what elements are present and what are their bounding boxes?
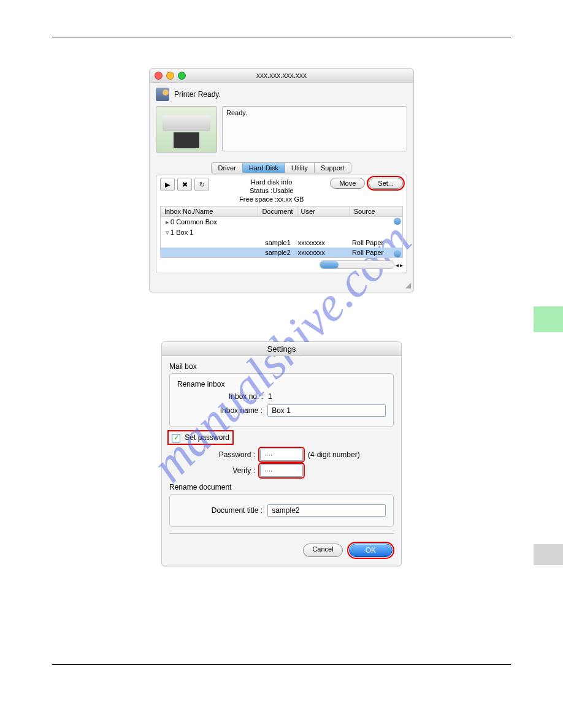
- tab-utility[interactable]: Utility: [285, 162, 315, 173]
- table-row[interactable]: sample1 xxxxxxxx Roll Paper: [161, 238, 402, 248]
- set-button[interactable]: Set...: [369, 178, 403, 189]
- document-title-input[interactable]: sample2: [267, 504, 386, 517]
- status-label: Status :Usable: [213, 186, 330, 195]
- settings-titlebar: Settings: [162, 342, 401, 356]
- table-row[interactable]: ▿1 Box 1: [161, 227, 402, 238]
- close-icon[interactable]: [155, 72, 163, 80]
- disclosure-right-icon[interactable]: ▸: [164, 218, 170, 226]
- verify-input[interactable]: ····: [260, 464, 303, 477]
- rename-inbox-label: Rename inbox: [177, 380, 386, 389]
- titlebar: xxx.xxx.xxx.xxx: [150, 69, 413, 83]
- window-title: xxx.xxx.xxx.xxx: [256, 71, 307, 80]
- col-inbox[interactable]: Inbox No./Name: [161, 207, 258, 216]
- delete-button[interactable]: ✖: [177, 178, 192, 191]
- printer-thumbnail: [156, 106, 217, 153]
- col-document[interactable]: Document: [258, 207, 297, 216]
- tab-hard-disk[interactable]: Hard Disk: [242, 162, 285, 173]
- printer-status-window: xxx.xxx.xxx.xxx Printer Ready. Ready. Dr…: [149, 68, 414, 292]
- scroll-right-icon[interactable]: ▸: [400, 262, 403, 268]
- verify-label: Verify :: [169, 466, 260, 475]
- mailbox-group-label: Mail box: [169, 362, 394, 371]
- table-row[interactable]: ▸0 Common Box: [161, 217, 402, 227]
- inbox-no-label: Inbox no. :: [177, 392, 268, 401]
- hard-disk-panel: ▶ ✖ ↻ Hard disk info Status :Usable Free…: [156, 175, 407, 273]
- set-password-checkbox[interactable]: ✓: [172, 434, 180, 442]
- move-button[interactable]: Move: [330, 178, 365, 189]
- inbox-name-input[interactable]: Box 1: [267, 404, 386, 417]
- scroll-left-icon[interactable]: ◂: [396, 262, 399, 268]
- zoom-icon[interactable]: [178, 72, 186, 80]
- inbox-name-label: Inbox name :: [177, 406, 267, 415]
- document-title-label: Document title :: [177, 506, 267, 515]
- col-source[interactable]: Source: [350, 207, 402, 216]
- password-label: Password :: [169, 450, 260, 459]
- document-list: ▸0 Common Box ▿1 Box 1 sample1 xxxxxxxx …: [160, 217, 403, 258]
- free-space-label: Free space :xx.xx GB: [213, 195, 330, 203]
- column-headers: Inbox No./Name Document User Source: [160, 206, 403, 217]
- tab-support[interactable]: Support: [314, 162, 351, 173]
- password-hint: (4-digit number): [308, 450, 360, 459]
- disclosure-down-icon[interactable]: ▿: [164, 229, 170, 237]
- vertical-scrollbar[interactable]: [393, 217, 402, 258]
- tab-bar: Driver Hard Disk Utility Support: [150, 159, 413, 175]
- table-row-selected[interactable]: sample2 xxxxxxxx Roll Paper: [161, 248, 402, 257]
- page-side-marker-gray: [534, 544, 563, 565]
- inbox-no-value: 1: [268, 392, 272, 401]
- resize-handle-icon[interactable]: ◢: [150, 279, 413, 292]
- printer-status-icon: [156, 88, 169, 101]
- rename-document-label: Rename document: [169, 483, 394, 491]
- page-side-marker-green: [534, 306, 563, 332]
- settings-window: Settings Mail box Rename inbox Inbox no.…: [161, 341, 402, 566]
- refresh-button[interactable]: ↻: [194, 178, 209, 191]
- minimize-icon[interactable]: [166, 72, 174, 80]
- password-input[interactable]: ····: [260, 449, 303, 461]
- printer-ready-label: Printer Ready.: [174, 90, 221, 99]
- set-password-label: Set password: [185, 433, 229, 442]
- cancel-button[interactable]: Cancel: [303, 544, 342, 557]
- hard-disk-info-label: Hard disk info: [213, 178, 330, 186]
- horizontal-scrollbar[interactable]: [320, 260, 394, 269]
- ok-button[interactable]: OK: [349, 544, 393, 557]
- status-message-box: Ready.: [222, 106, 407, 151]
- tab-driver[interactable]: Driver: [211, 162, 242, 173]
- settings-title: Settings: [267, 344, 296, 354]
- col-user[interactable]: User: [297, 207, 350, 216]
- play-button[interactable]: ▶: [160, 178, 175, 191]
